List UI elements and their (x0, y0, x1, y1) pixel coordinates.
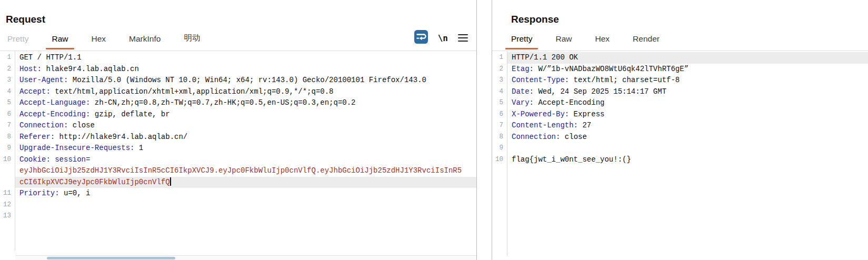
show-newlines-toggle[interactable]: \n (438, 33, 448, 43)
hamburger-menu-icon[interactable] (458, 33, 468, 43)
code-line-text: Connection: close (15, 120, 476, 132)
line-number: 8 (492, 132, 507, 143)
response-panel-header: Response PrettyRawHexRender (492, 0, 868, 51)
code-row[interactable]: 1HTTP/1.1 200 OK (492, 52, 868, 64)
request-toolbar: \n (414, 30, 468, 46)
line-number: 3 (0, 75, 15, 86)
scrollbar-thumb[interactable] (47, 257, 175, 260)
code-line-text: Accept-Language: zh-CN,zh;q=0.8,zh-TW;q=… (15, 97, 476, 109)
request-horizontal-scrollbar[interactable] (15, 255, 476, 260)
code-row[interactable]: 3Content-Type: text/html; charset=utf-8 (492, 75, 868, 86)
line-number: 7 (0, 120, 15, 132)
code-row[interactable]: 3User-Agent: Mozilla/5.0 (Windows NT 10.… (0, 75, 476, 86)
code-line-text: Cookie: session= (15, 154, 476, 166)
code-line-text: Referer: http://hlake9r4.lab.aqlab.cn/ (15, 132, 476, 143)
code-line-text (507, 143, 868, 154)
code-line-text: eyJhbGciOiJjb25zdHJ1Y3RvciIsInR5cCI6IkpX… (15, 165, 476, 177)
code-line-text: Content-Type: text/html; charset=utf-8 (507, 75, 868, 86)
line-number: 1 (492, 52, 507, 64)
code-row[interactable]: cCI6IkpXVCJ9eyJpc0FkbWluIjp0cnVlfQ (0, 177, 476, 188)
response-tabs: PrettyRawHexRender (492, 34, 683, 51)
code-row[interactable]: 10Cookie: session= (0, 154, 476, 166)
code-row[interactable]: 8Connection: close (492, 132, 868, 143)
tab-raw[interactable]: Raw (555, 34, 572, 51)
code-line-text: Accept-Encoding: gzip, deflate, br (15, 109, 476, 121)
line-number: 2 (0, 64, 15, 75)
code-row[interactable]: 8Referer: http://hlake9r4.lab.aqlab.cn/ (0, 132, 476, 143)
code-line-text: Priority: u=0, i (15, 188, 476, 199)
code-row[interactable]: 9Upgrade-Insecure-Requests: 1 (0, 143, 476, 154)
tab-hex[interactable]: Hex (595, 34, 610, 51)
code-row[interactable]: 11Priority: u=0, i (0, 188, 476, 199)
tab-raw[interactable]: Raw (52, 34, 68, 51)
code-line-text: HTTP/1.1 200 OK (507, 52, 868, 64)
line-number: 6 (0, 109, 15, 121)
line-number: 2 (492, 64, 507, 75)
code-row[interactable]: 6X-Powered-By: Express (492, 109, 868, 121)
line-number: 1 (0, 52, 15, 64)
request-panel-header: Request PrettyRawHexMarkInfo明动 \n (0, 0, 476, 51)
line-number: 13 (0, 211, 15, 222)
panel-splitter[interactable] (477, 0, 492, 260)
code-row[interactable]: 7Content-Length: 27 (492, 120, 868, 132)
code-row[interactable]: 1GET / HTTP/1.1 (0, 52, 476, 64)
code-line-text: Host: hlake9r4.lab.aqlab.cn (15, 64, 476, 75)
code-row[interactable]: 12 (0, 199, 476, 211)
code-line-text: Etag: W/”1b-vNADbazWO8WtU6qk42lTVhRT6gE” (507, 64, 868, 75)
tab-hex[interactable]: Hex (92, 34, 106, 51)
request-title: Request (0, 0, 476, 25)
code-line-text: cCI6IkpXVCJ9eyJpc0FkbWluIjp0cnVlfQ (15, 177, 476, 188)
line-number: 10 (492, 154, 507, 166)
response-panel: Response PrettyRawHexRender 1HTTP/1.1 20… (492, 0, 868, 260)
code-row[interactable]: 4Accept: text/html,application/xhtml+xml… (0, 86, 476, 98)
response-editor[interactable]: 1HTTP/1.1 200 OK2Etag: W/”1b-vNADbazWO8W… (492, 51, 868, 260)
line-number: 9 (0, 143, 15, 154)
code-row[interactable]: 2Host: hlake9r4.lab.aqlab.cn (0, 64, 476, 75)
code-line-text: flag{jwt_i_w0nt_see_you!:(} (507, 154, 868, 166)
line-number: 4 (0, 86, 15, 98)
code-row[interactable]: eyJhbGciOiJjb25zdHJ1Y3RvciIsInR5cCI6IkpX… (0, 165, 476, 177)
tab-render[interactable]: Render (633, 34, 660, 51)
code-line-text: Date: Wed, 24 Sep 2025 15:14:17 GMT (507, 86, 868, 98)
tab-明动[interactable]: 明动 (184, 33, 200, 51)
response-title: Response (492, 0, 868, 25)
code-line-text: Accept: text/html,application/xhtml+xml,… (15, 86, 476, 98)
tab-pretty[interactable]: Pretty (511, 34, 532, 51)
code-row[interactable]: 5Vary: Accept-Encoding (492, 97, 868, 109)
code-line-text: Vary: Accept-Encoding (507, 97, 868, 109)
code-line-text: User-Agent: Mozilla/5.0 (Windows NT 10.0… (15, 75, 476, 86)
code-line-text: Content-Length: 27 (507, 120, 868, 132)
code-row[interactable]: 4Date: Wed, 24 Sep 2025 15:14:17 GMT (492, 86, 868, 98)
line-number: 5 (0, 97, 15, 109)
line-number: 3 (492, 75, 507, 86)
line-number: 10 (0, 154, 15, 166)
request-tabs: PrettyRawHexMarkInfo明动 (0, 33, 223, 51)
code-line-text (15, 199, 476, 211)
line-number: 9 (492, 143, 507, 154)
line-number: 11 (0, 188, 15, 199)
code-line-text: Upgrade-Insecure-Requests: 1 (15, 143, 476, 154)
message-editor-split-view: Request PrettyRawHexMarkInfo明动 \n (0, 0, 868, 260)
line-number: 5 (492, 97, 507, 109)
request-editor[interactable]: 1GET / HTTP/1.12Host: hlake9r4.lab.aqlab… (0, 51, 476, 255)
code-row[interactable]: 2Etag: W/”1b-vNADbazWO8WtU6qk42lTVhRT6gE… (492, 64, 868, 75)
line-number: 8 (0, 132, 15, 143)
code-line-text: Connection: close (507, 132, 868, 143)
request-panel: Request PrettyRawHexMarkInfo明动 \n (0, 0, 477, 260)
line-number: 6 (492, 109, 507, 121)
code-row[interactable]: 9 (492, 143, 868, 154)
text-cursor (170, 177, 171, 186)
code-line-text: X-Powered-By: Express (507, 109, 868, 121)
code-row[interactable]: 5Accept-Language: zh-CN,zh;q=0.8,zh-TW;q… (0, 97, 476, 109)
line-number (0, 177, 15, 188)
code-line-text: GET / HTTP/1.1 (15, 52, 476, 64)
code-row[interactable]: 7Connection: close (0, 120, 476, 132)
code-row[interactable]: 6Accept-Encoding: gzip, deflate, br (0, 109, 476, 121)
word-wrap-toggle-icon[interactable] (414, 30, 428, 46)
code-row[interactable]: 10flag{jwt_i_w0nt_see_you!:(} (492, 154, 868, 166)
tab-pretty[interactable]: Pretty (7, 34, 28, 51)
line-number (0, 165, 15, 177)
tab-markinfo[interactable]: MarkInfo (129, 34, 161, 51)
line-number: 4 (492, 86, 507, 98)
code-row[interactable]: 13 (0, 211, 476, 222)
